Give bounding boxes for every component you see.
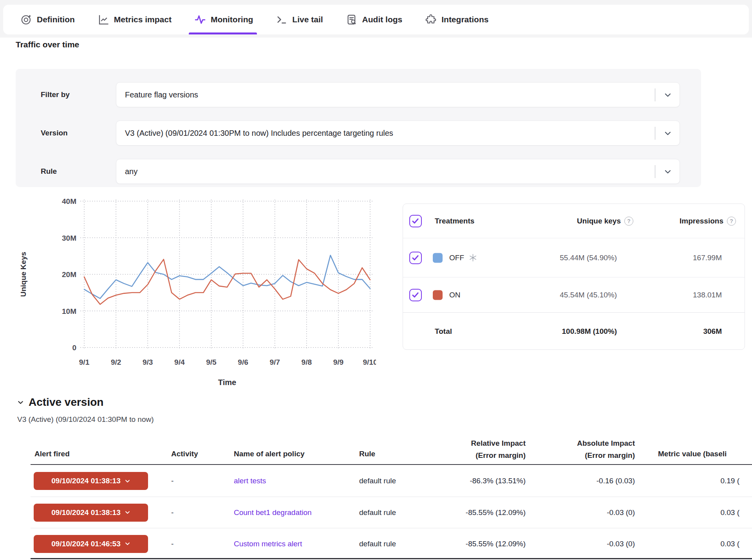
version-dropdown[interactable]: V3 (Active) (09/01/2024 01:30PM to now) … bbox=[116, 121, 680, 146]
rule-value: any bbox=[125, 159, 137, 184]
svg-text:9/9: 9/9 bbox=[333, 358, 343, 366]
on-unique-keys: 45.54M (45.10%) bbox=[492, 291, 617, 299]
svg-text:20M: 20M bbox=[62, 270, 76, 279]
off-checkbox[interactable] bbox=[409, 252, 422, 264]
svg-text:9/6: 9/6 bbox=[238, 358, 248, 366]
absolute-impact-cell: -0.03 (0) bbox=[555, 540, 635, 548]
rule-label: Rule bbox=[41, 159, 57, 184]
on-impressions: 138.01M bbox=[628, 291, 722, 299]
treatments-select-all-checkbox[interactable] bbox=[409, 215, 422, 227]
rule-dropdown[interactable]: any bbox=[116, 159, 680, 184]
svg-text:9/8: 9/8 bbox=[302, 358, 312, 366]
treatments-legend-card: Treatments Unique keys ? Impressions ? O… bbox=[403, 203, 745, 350]
legend-row-on: ON 45.54M (45.10%) 138.01M bbox=[403, 277, 745, 313]
on-checkbox[interactable] bbox=[409, 289, 422, 301]
tab-label: Audit logs bbox=[362, 15, 403, 24]
audit-logs-icon bbox=[346, 14, 358, 25]
col-absolute-impact: Absolute Impact (Error margin) bbox=[533, 437, 635, 461]
tab-label: Definition bbox=[37, 15, 75, 24]
filter-by-dropdown[interactable]: Feature flag versions bbox=[116, 82, 680, 107]
chevron-down-icon bbox=[125, 541, 130, 547]
divider bbox=[655, 88, 655, 101]
total-label: Total bbox=[435, 327, 452, 336]
filter-row-version: Version V3 (Active) (09/01/2024 01:30PM … bbox=[16, 121, 701, 146]
table-header-divider bbox=[31, 464, 752, 465]
version-value: V3 (Active) (09/01/2024 01:30PM to now) … bbox=[125, 121, 393, 145]
chevron-down-icon[interactable] bbox=[664, 91, 672, 99]
svg-text:9/4: 9/4 bbox=[174, 358, 185, 366]
chevron-down-icon[interactable] bbox=[664, 130, 672, 137]
chevron-down-icon bbox=[125, 478, 130, 484]
svg-text:40M: 40M bbox=[62, 197, 76, 205]
tab-definition[interactable]: Definition bbox=[20, 5, 75, 34]
filter-row-filter-by: Filter by Feature flag versions bbox=[16, 82, 701, 107]
col-rule: Rule bbox=[359, 450, 375, 458]
alert-fired-badge[interactable]: 09/10/2024 01:46:53 bbox=[34, 535, 148, 553]
col-activity: Activity bbox=[171, 450, 198, 458]
chevron-down-icon[interactable] bbox=[664, 168, 672, 176]
frozen-icon bbox=[469, 254, 477, 262]
on-color-swatch bbox=[433, 290, 443, 300]
col-metric-value: Metric value (baseli bbox=[658, 450, 727, 458]
metric-value-cell: 0.19 ( bbox=[665, 477, 739, 485]
off-label: OFF bbox=[449, 254, 477, 262]
legend-row-total: Total 100.98M (100%) 306M bbox=[403, 313, 745, 350]
help-icon[interactable]: ? bbox=[727, 216, 736, 225]
rule-cell: default rule bbox=[359, 508, 396, 517]
on-label: ON bbox=[449, 291, 461, 299]
divider bbox=[655, 127, 655, 140]
off-impressions: 167.99M bbox=[628, 254, 722, 262]
filter-by-value: Feature flag versions bbox=[125, 83, 198, 107]
active-version-title: Active version bbox=[29, 396, 103, 409]
alert-policy-link[interactable]: Count bet1 degradation bbox=[234, 508, 312, 517]
chevron-down-icon bbox=[125, 510, 130, 515]
alert-policy-link[interactable]: Custom metrics alert bbox=[234, 540, 302, 548]
filter-panel: Filter by Feature flag versions Version … bbox=[16, 69, 701, 187]
svg-text:30M: 30M bbox=[62, 234, 76, 242]
table-row: 09/10/2024 01:46:53 - Custom metrics ale… bbox=[31, 528, 752, 559]
metric-value-cell: 0.03 ( bbox=[665, 508, 739, 517]
integrations-icon bbox=[425, 14, 437, 25]
svg-text:Time: Time bbox=[218, 378, 236, 387]
total-impressions: 306M bbox=[628, 327, 722, 336]
legend-header-row: Treatments Unique keys ? Impressions ? bbox=[403, 204, 745, 238]
col-alert-fired: Alert fired bbox=[34, 450, 70, 458]
alert-policy-link[interactable]: alert tests bbox=[234, 477, 266, 485]
impressions-header: Impressions ? bbox=[680, 216, 736, 225]
svg-text:Unique Keys: Unique Keys bbox=[20, 252, 27, 297]
tab-live-tail[interactable]: Live tail bbox=[276, 5, 323, 34]
tab-label: Metrics impact bbox=[114, 15, 172, 24]
version-label: Version bbox=[41, 121, 68, 146]
tab-bar: Definition Metrics impact Monitoring Liv… bbox=[3, 5, 749, 34]
svg-text:9/7: 9/7 bbox=[269, 358, 280, 366]
alert-fired-badge[interactable]: 09/10/2024 01:38:13 bbox=[34, 504, 148, 522]
rule-cell: default rule bbox=[359, 477, 396, 485]
tab-metrics-impact[interactable]: Metrics impact bbox=[98, 5, 172, 34]
activity-cell: - bbox=[171, 508, 174, 517]
definition-icon bbox=[20, 14, 32, 25]
traffic-line-chart: 010M20M30M40M9/19/29/39/49/59/69/79/89/9… bbox=[20, 196, 376, 388]
activity-cell: - bbox=[171, 540, 174, 548]
active-version-header[interactable]: Active version bbox=[17, 396, 103, 409]
tab-monitoring[interactable]: Monitoring bbox=[194, 5, 253, 34]
tab-audit-logs[interactable]: Audit logs bbox=[346, 5, 403, 34]
metrics-impact-icon bbox=[98, 14, 109, 25]
alert-fired-badge[interactable]: 09/10/2024 01:38:13 bbox=[34, 472, 148, 490]
relative-impact-cell: -85.55% (12.09%) bbox=[438, 508, 526, 517]
table-bottom-divider bbox=[31, 558, 752, 559]
absolute-impact-cell: -0.16 (0.03) bbox=[555, 477, 635, 485]
col-relative-impact: Relative Impact (Error margin) bbox=[424, 437, 526, 461]
alerts-table: Alert fired Activity Name of alert polic… bbox=[31, 429, 752, 560]
off-color-swatch bbox=[433, 253, 443, 263]
page-title: Traffic over time bbox=[16, 40, 79, 49]
live-tail-icon bbox=[276, 14, 287, 25]
table-row: 09/10/2024 01:38:13 - Count bet1 degrada… bbox=[31, 497, 752, 528]
legend-row-off: OFF 55.44M (54.90%) 167.99M bbox=[403, 238, 745, 277]
help-icon[interactable]: ? bbox=[624, 216, 633, 225]
tab-integrations[interactable]: Integrations bbox=[425, 5, 488, 34]
filter-row-rule: Rule any bbox=[16, 159, 701, 184]
tab-label: Integrations bbox=[441, 15, 488, 24]
svg-text:10M: 10M bbox=[62, 307, 76, 315]
activity-cell: - bbox=[171, 477, 174, 485]
divider bbox=[655, 165, 655, 178]
